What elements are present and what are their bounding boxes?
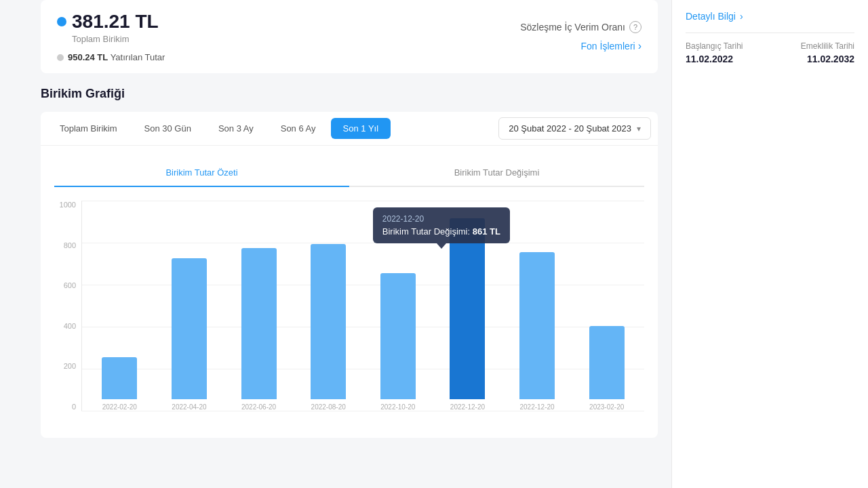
bar-chart: 1000 800 600 400 200 0: [54, 187, 644, 431]
date-range-label: 20 Şubat 2022 - 20 Şubat 2023: [509, 123, 631, 134]
chart-tabs-row: Birikim Tutar Özeti Birikim Tutar Değişi…: [54, 159, 644, 187]
bar-1: [102, 357, 137, 399]
amount-label: Toplam Birikim: [72, 34, 165, 44]
chart-container: Birikim Tutar Özeti Birikim Tutar Değişi…: [41, 146, 658, 438]
amount-dot: [57, 17, 66, 26]
fon-arrow-icon: ›: [638, 40, 642, 52]
filter-date-row: Toplam Birikim Son 30 Gün Son 3 Ay Son 6…: [41, 112, 658, 146]
date-range-select[interactable]: 20 Şubat 2022 - 20 Şubat 2023 ▾: [498, 117, 651, 140]
bar-group-7: 2022-12-20: [507, 201, 568, 411]
x-label-2: 2022-04-20: [172, 403, 206, 411]
y-label-1000: 1000: [60, 201, 76, 209]
tab-son-30-gun[interactable]: Son 30 Gün: [132, 118, 203, 139]
bar-4: [311, 244, 346, 399]
tab-son-6-ay[interactable]: Son 6 Ay: [269, 118, 328, 139]
question-icon[interactable]: ?: [629, 21, 642, 33]
deposited-label: Yatırılan Tutar: [111, 52, 165, 62]
grid-line-0: [81, 411, 644, 411]
chevron-down-icon: ▾: [637, 124, 641, 134]
emeklilik-tarihi-label: Emeklilik Tarihi: [801, 41, 854, 51]
x-label-3: 2022-06-20: [241, 403, 276, 411]
y-label-0: 0: [72, 403, 76, 411]
sozlesme-row: Sözleşme İç Verim Oranı ?: [520, 21, 642, 33]
x-label-8: 2023-02-20: [589, 403, 624, 411]
bar-group-5: 2022-10-20: [368, 201, 429, 411]
sidebar-dates: Başlangıç Tarihi 11.02.2022 Emeklilik Ta…: [686, 41, 854, 64]
detayli-bilgi-button[interactable]: Detaylı Bilgi ›: [686, 11, 854, 22]
grafik-section: Birikim Grafiği Toplam Birikim Son 30 Gü…: [41, 87, 658, 438]
deposited-row: 950.24 TL Yatırılan Tutar: [57, 52, 165, 62]
tab-son-1-yil[interactable]: Son 1 Yıl: [331, 118, 391, 139]
bar-8: [589, 326, 625, 400]
y-label-400: 400: [64, 322, 76, 330]
bar-group-8: 2023-02-20: [576, 201, 637, 411]
tab-son-3-ay[interactable]: Son 3 Ay: [206, 118, 266, 139]
grafik-title: Birikim Grafiği: [41, 87, 658, 101]
chevron-right-icon: ›: [740, 11, 743, 22]
top-card-left: 381.21 TL Toplam Birikim 950.24 TL Yatır…: [57, 11, 165, 62]
sidebar: Detaylı Bilgi › Başlangıç Tarihi 11.02.2…: [671, 0, 868, 488]
tab-toplam-birikim[interactable]: Toplam Birikim: [47, 118, 130, 139]
top-summary-card: 381.21 TL Toplam Birikim 950.24 TL Yatır…: [41, 0, 658, 73]
baslangic-tarihi-value: 11.02.2022: [686, 54, 743, 64]
bar-group-6: 2022-12-20: [437, 201, 498, 411]
fon-islemleri-label: Fon İşlemleri: [581, 41, 635, 52]
baslangic-tarihi-label: Başlangıç Tarihi: [686, 41, 743, 51]
sozlesme-label: Sözleşme İç Verim Oranı: [520, 22, 625, 33]
bar-group-4: 2022-08-20: [298, 201, 359, 411]
fon-islemleri-button[interactable]: Fon İşlemleri ›: [581, 40, 642, 52]
x-label-7: 2022-12-20: [519, 403, 554, 411]
bar-7: [519, 252, 555, 399]
baslangic-tarihi-group: Başlangıç Tarihi 11.02.2022: [686, 41, 743, 64]
bar-group-1: 2022-02-20: [89, 201, 151, 411]
x-label-6: 2022-12-20: [450, 403, 485, 411]
deposited-amount: 950.24 TL: [68, 52, 108, 62]
x-label-4: 2022-08-20: [311, 403, 346, 411]
x-label-1: 2022-02-20: [102, 403, 137, 411]
deposited-dot: [57, 54, 64, 61]
bar-6-highlighted: [450, 218, 485, 399]
x-label-5: 2022-10-20: [380, 403, 415, 411]
y-label-800: 800: [64, 241, 76, 249]
top-card-right: Sözleşme İç Verim Oranı ? Fon İşlemleri …: [520, 21, 642, 52]
bar-3: [241, 248, 277, 399]
bar-2: [172, 258, 207, 399]
amount-value: 381.21 TL: [72, 11, 159, 33]
bars-area: 2022-02-20 2022-04-20 2022-06-20 20: [81, 201, 644, 411]
y-label-600: 600: [64, 281, 76, 289]
y-label-200: 200: [64, 362, 76, 370]
detayli-bilgi-label: Detaylı Bilgi: [686, 11, 736, 22]
bar-group-2: 2022-04-20: [159, 201, 220, 411]
tab-birikim-tutar-degisimi[interactable]: Birikim Tutar Değişimi: [349, 159, 644, 187]
y-axis: 1000 800 600 400 200 0: [54, 201, 81, 411]
amount-row: 381.21 TL: [57, 11, 165, 33]
filter-tabs: Toplam Birikim Son 30 Gün Son 3 Ay Son 6…: [47, 118, 391, 139]
emeklilik-tarihi-value: 11.02.2032: [801, 54, 854, 64]
deposited-text: 950.24 TL Yatırılan Tutar: [68, 52, 165, 62]
bar-group-3: 2022-06-20: [228, 201, 290, 411]
date-select-wrapper: 20 Şubat 2022 - 20 Şubat 2023 ▾: [498, 117, 651, 140]
emeklilik-tarihi-group: Emeklilik Tarihi 11.02.2032: [801, 41, 854, 64]
tab-birikim-tutar-ozeti[interactable]: Birikim Tutar Özeti: [54, 159, 349, 187]
sidebar-divider: [686, 33, 854, 33]
bar-5: [380, 273, 416, 399]
